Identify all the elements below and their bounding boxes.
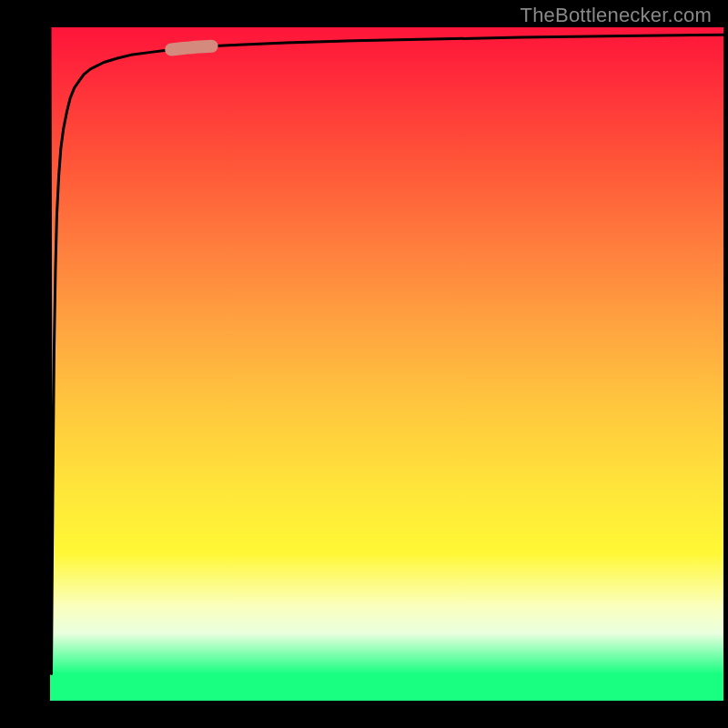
data-curve <box>50 27 723 673</box>
chart-plot-area <box>50 27 723 701</box>
curve-highlight-segment <box>171 46 211 50</box>
attribution-text: TheBottlenecker.com <box>521 4 712 27</box>
curve-svg <box>50 27 723 701</box>
